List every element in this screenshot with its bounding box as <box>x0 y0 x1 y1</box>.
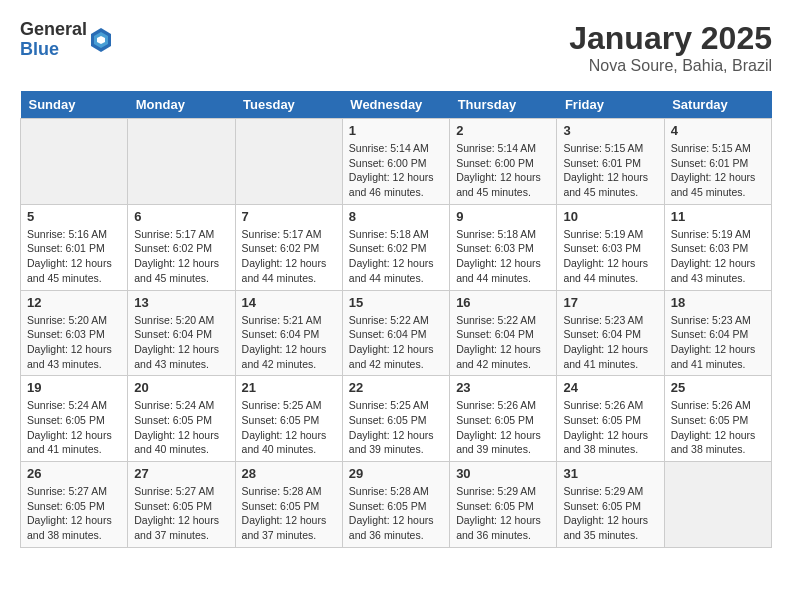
calendar-cell: 23Sunrise: 5:26 AMSunset: 6:05 PMDayligh… <box>450 376 557 462</box>
day-number: 28 <box>242 466 336 481</box>
calendar-cell <box>664 462 771 548</box>
calendar-cell: 26Sunrise: 5:27 AMSunset: 6:05 PMDayligh… <box>21 462 128 548</box>
day-header-monday: Monday <box>128 91 235 119</box>
day-number: 14 <box>242 295 336 310</box>
calendar-cell: 5Sunrise: 5:16 AMSunset: 6:01 PMDaylight… <box>21 204 128 290</box>
calendar-cell: 31Sunrise: 5:29 AMSunset: 6:05 PMDayligh… <box>557 462 664 548</box>
day-number: 19 <box>27 380 121 395</box>
calendar-cell <box>235 119 342 205</box>
calendar-cell: 29Sunrise: 5:28 AMSunset: 6:05 PMDayligh… <box>342 462 449 548</box>
day-info: Sunrise: 5:27 AMSunset: 6:05 PMDaylight:… <box>27 484 121 543</box>
day-header-friday: Friday <box>557 91 664 119</box>
day-info: Sunrise: 5:16 AMSunset: 6:01 PMDaylight:… <box>27 227 121 286</box>
day-info: Sunrise: 5:15 AMSunset: 6:01 PMDaylight:… <box>671 141 765 200</box>
day-info: Sunrise: 5:28 AMSunset: 6:05 PMDaylight:… <box>242 484 336 543</box>
calendar-cell: 28Sunrise: 5:28 AMSunset: 6:05 PMDayligh… <box>235 462 342 548</box>
day-number: 15 <box>349 295 443 310</box>
calendar-cell: 9Sunrise: 5:18 AMSunset: 6:03 PMDaylight… <box>450 204 557 290</box>
day-number: 8 <box>349 209 443 224</box>
day-number: 17 <box>563 295 657 310</box>
day-number: 31 <box>563 466 657 481</box>
day-info: Sunrise: 5:28 AMSunset: 6:05 PMDaylight:… <box>349 484 443 543</box>
day-number: 3 <box>563 123 657 138</box>
calendar-cell: 12Sunrise: 5:20 AMSunset: 6:03 PMDayligh… <box>21 290 128 376</box>
day-info: Sunrise: 5:14 AMSunset: 6:00 PMDaylight:… <box>349 141 443 200</box>
logo-general: General <box>20 20 87 40</box>
logo-text: General Blue <box>20 20 87 60</box>
day-info: Sunrise: 5:14 AMSunset: 6:00 PMDaylight:… <box>456 141 550 200</box>
day-info: Sunrise: 5:26 AMSunset: 6:05 PMDaylight:… <box>563 398 657 457</box>
day-info: Sunrise: 5:19 AMSunset: 6:03 PMDaylight:… <box>671 227 765 286</box>
day-number: 10 <box>563 209 657 224</box>
day-info: Sunrise: 5:25 AMSunset: 6:05 PMDaylight:… <box>242 398 336 457</box>
calendar-cell: 20Sunrise: 5:24 AMSunset: 6:05 PMDayligh… <box>128 376 235 462</box>
day-info: Sunrise: 5:15 AMSunset: 6:01 PMDaylight:… <box>563 141 657 200</box>
logo: General Blue <box>20 20 113 60</box>
day-number: 29 <box>349 466 443 481</box>
logo-icon <box>89 26 113 54</box>
day-number: 18 <box>671 295 765 310</box>
calendar-cell: 24Sunrise: 5:26 AMSunset: 6:05 PMDayligh… <box>557 376 664 462</box>
title-block: January 2025 Nova Soure, Bahia, Brazil <box>569 20 772 75</box>
calendar-cell: 22Sunrise: 5:25 AMSunset: 6:05 PMDayligh… <box>342 376 449 462</box>
calendar-cell: 3Sunrise: 5:15 AMSunset: 6:01 PMDaylight… <box>557 119 664 205</box>
day-number: 6 <box>134 209 228 224</box>
calendar-week-2: 5Sunrise: 5:16 AMSunset: 6:01 PMDaylight… <box>21 204 772 290</box>
day-info: Sunrise: 5:22 AMSunset: 6:04 PMDaylight:… <box>349 313 443 372</box>
day-number: 23 <box>456 380 550 395</box>
calendar-cell: 14Sunrise: 5:21 AMSunset: 6:04 PMDayligh… <box>235 290 342 376</box>
day-info: Sunrise: 5:20 AMSunset: 6:03 PMDaylight:… <box>27 313 121 372</box>
location-subtitle: Nova Soure, Bahia, Brazil <box>569 57 772 75</box>
calendar-cell: 8Sunrise: 5:18 AMSunset: 6:02 PMDaylight… <box>342 204 449 290</box>
day-header-saturday: Saturday <box>664 91 771 119</box>
day-header-wednesday: Wednesday <box>342 91 449 119</box>
day-info: Sunrise: 5:17 AMSunset: 6:02 PMDaylight:… <box>242 227 336 286</box>
day-number: 25 <box>671 380 765 395</box>
calendar-table: SundayMondayTuesdayWednesdayThursdayFrid… <box>20 91 772 548</box>
day-number: 9 <box>456 209 550 224</box>
day-info: Sunrise: 5:29 AMSunset: 6:05 PMDaylight:… <box>563 484 657 543</box>
calendar-cell: 4Sunrise: 5:15 AMSunset: 6:01 PMDaylight… <box>664 119 771 205</box>
day-number: 13 <box>134 295 228 310</box>
day-number: 26 <box>27 466 121 481</box>
day-info: Sunrise: 5:26 AMSunset: 6:05 PMDaylight:… <box>671 398 765 457</box>
calendar-week-3: 12Sunrise: 5:20 AMSunset: 6:03 PMDayligh… <box>21 290 772 376</box>
month-year-title: January 2025 <box>569 20 772 57</box>
calendar-cell: 18Sunrise: 5:23 AMSunset: 6:04 PMDayligh… <box>664 290 771 376</box>
calendar-cell: 11Sunrise: 5:19 AMSunset: 6:03 PMDayligh… <box>664 204 771 290</box>
calendar-cell: 10Sunrise: 5:19 AMSunset: 6:03 PMDayligh… <box>557 204 664 290</box>
day-info: Sunrise: 5:26 AMSunset: 6:05 PMDaylight:… <box>456 398 550 457</box>
day-info: Sunrise: 5:17 AMSunset: 6:02 PMDaylight:… <box>134 227 228 286</box>
calendar-cell: 21Sunrise: 5:25 AMSunset: 6:05 PMDayligh… <box>235 376 342 462</box>
day-info: Sunrise: 5:23 AMSunset: 6:04 PMDaylight:… <box>563 313 657 372</box>
day-info: Sunrise: 5:27 AMSunset: 6:05 PMDaylight:… <box>134 484 228 543</box>
calendar-week-5: 26Sunrise: 5:27 AMSunset: 6:05 PMDayligh… <box>21 462 772 548</box>
day-number: 20 <box>134 380 228 395</box>
day-number: 7 <box>242 209 336 224</box>
day-number: 21 <box>242 380 336 395</box>
day-info: Sunrise: 5:19 AMSunset: 6:03 PMDaylight:… <box>563 227 657 286</box>
day-header-thursday: Thursday <box>450 91 557 119</box>
day-header-sunday: Sunday <box>21 91 128 119</box>
logo-blue: Blue <box>20 40 87 60</box>
day-info: Sunrise: 5:22 AMSunset: 6:04 PMDaylight:… <box>456 313 550 372</box>
day-number: 5 <box>27 209 121 224</box>
calendar-header-row: SundayMondayTuesdayWednesdayThursdayFrid… <box>21 91 772 119</box>
calendar-cell: 7Sunrise: 5:17 AMSunset: 6:02 PMDaylight… <box>235 204 342 290</box>
calendar-cell: 1Sunrise: 5:14 AMSunset: 6:00 PMDaylight… <box>342 119 449 205</box>
day-info: Sunrise: 5:24 AMSunset: 6:05 PMDaylight:… <box>134 398 228 457</box>
calendar-cell: 19Sunrise: 5:24 AMSunset: 6:05 PMDayligh… <box>21 376 128 462</box>
calendar-cell: 30Sunrise: 5:29 AMSunset: 6:05 PMDayligh… <box>450 462 557 548</box>
day-info: Sunrise: 5:21 AMSunset: 6:04 PMDaylight:… <box>242 313 336 372</box>
day-number: 16 <box>456 295 550 310</box>
calendar-cell: 25Sunrise: 5:26 AMSunset: 6:05 PMDayligh… <box>664 376 771 462</box>
calendar-cell: 2Sunrise: 5:14 AMSunset: 6:00 PMDaylight… <box>450 119 557 205</box>
page-header: General Blue January 2025 Nova Soure, Ba… <box>20 20 772 75</box>
calendar-cell <box>21 119 128 205</box>
day-number: 2 <box>456 123 550 138</box>
calendar-week-4: 19Sunrise: 5:24 AMSunset: 6:05 PMDayligh… <box>21 376 772 462</box>
calendar-cell: 16Sunrise: 5:22 AMSunset: 6:04 PMDayligh… <box>450 290 557 376</box>
day-info: Sunrise: 5:25 AMSunset: 6:05 PMDaylight:… <box>349 398 443 457</box>
day-number: 22 <box>349 380 443 395</box>
calendar-week-1: 1Sunrise: 5:14 AMSunset: 6:00 PMDaylight… <box>21 119 772 205</box>
